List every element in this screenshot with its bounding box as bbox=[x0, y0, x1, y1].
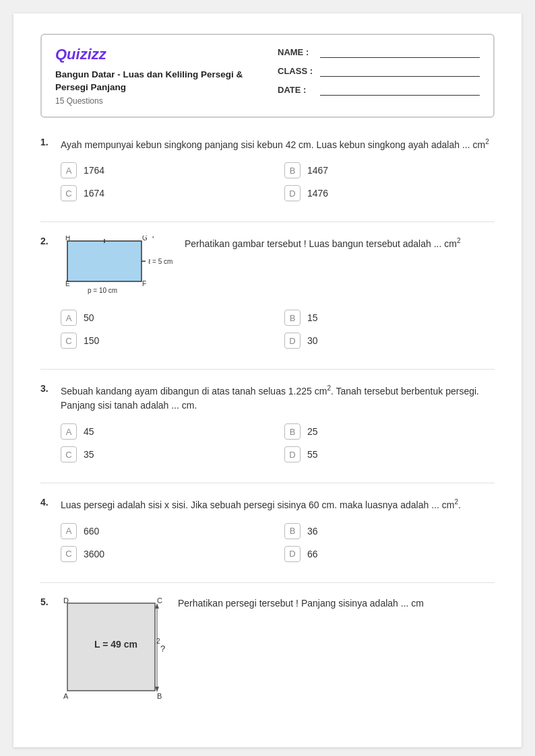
header-right: NAME : CLASS : DATE : bbox=[278, 46, 480, 96]
svg-text:p = 10 cm: p = 10 cm bbox=[88, 287, 117, 294]
q2-letter-d: D bbox=[284, 333, 301, 349]
svg-text:F: F bbox=[142, 280, 146, 287]
q4-text: Luas persegi adalah sisi x sisi. Jika se… bbox=[61, 500, 454, 510]
q1-sup: 2 bbox=[485, 138, 489, 145]
svg-text:?: ? bbox=[160, 644, 165, 654]
q2-value-c: 150 bbox=[84, 335, 99, 346]
q5-with-image: D C A B ? L = 49 cm 2 Pe bbox=[61, 596, 424, 707]
q1-options: A 1764 B 1467 C 1674 D 1476 bbox=[61, 162, 495, 201]
q1-letter-d: D bbox=[284, 185, 301, 201]
question-3: 3. Sebuah kandang ayam dibangun di atas … bbox=[40, 383, 495, 462]
q1-value-a: 1764 bbox=[84, 165, 104, 176]
q4-value-a: 660 bbox=[84, 526, 99, 537]
svg-text:2: 2 bbox=[156, 638, 160, 645]
question-1-header: 1. Ayah mempunyai kebun singkong panjang… bbox=[40, 137, 495, 152]
q4-option-a: A 660 bbox=[61, 523, 271, 539]
class-label: CLASS : bbox=[278, 66, 315, 76]
q4-options: A 660 B 36 C 3600 D 66 bbox=[61, 523, 495, 562]
q1-option-d: D 1476 bbox=[284, 185, 495, 201]
question-2: 2. H G E F ' bbox=[40, 236, 495, 349]
q3-text: Sebuah kandang ayam dibangun di atas tan… bbox=[61, 386, 327, 397]
q5-image: D C A B ? L = 49 cm 2 bbox=[61, 596, 168, 707]
q1-value-d: 1476 bbox=[307, 188, 328, 199]
q1-letter-c: C bbox=[61, 185, 77, 201]
q2-image: H G E F ' ℓ = 5 cm p = 10 cm bbox=[61, 236, 175, 299]
worksheet-questions: 15 Questions bbox=[55, 96, 244, 106]
q3-value-c: 35 bbox=[84, 449, 94, 460]
q2-value-a: 50 bbox=[84, 312, 94, 323]
q2-option-b: B 15 bbox=[284, 310, 495, 326]
q3-letter-a: A bbox=[61, 423, 77, 440]
class-line bbox=[320, 65, 480, 77]
q2-option-c: C 150 bbox=[61, 333, 271, 349]
q2-letter-b: B bbox=[284, 310, 301, 326]
svg-text:D: D bbox=[63, 596, 69, 605]
logo-text: Quizizz bbox=[55, 46, 106, 63]
q3-letter-b: B bbox=[284, 423, 301, 440]
q5-diagram: D C A B ? L = 49 cm 2 bbox=[61, 596, 168, 704]
svg-text:': ' bbox=[152, 236, 154, 244]
svg-text:H: H bbox=[65, 236, 70, 242]
question-5: 5. D C A B ? bbox=[40, 596, 495, 707]
name-field: NAME : bbox=[278, 46, 480, 58]
q3-letter-d: D bbox=[284, 446, 301, 462]
svg-text:ℓ = 5 cm: ℓ = 5 cm bbox=[148, 258, 172, 265]
q3-value-d: 55 bbox=[307, 449, 318, 460]
q2-with-image: H G E F ' ℓ = 5 cm p = 10 cm Perhatikan … bbox=[61, 236, 460, 299]
q2-letter-c: C bbox=[61, 333, 77, 349]
name-line bbox=[320, 46, 480, 58]
q3-content: Sebuah kandang ayam dibangun di atas tan… bbox=[61, 383, 495, 413]
question-3-header: 3. Sebuah kandang ayam dibangun di atas … bbox=[40, 383, 495, 413]
svg-text:L = 49 cm: L = 49 cm bbox=[94, 639, 137, 650]
q1-number: 1. bbox=[40, 137, 54, 147]
q2-sup: 2 bbox=[457, 237, 461, 244]
q2-diagram: H G E F ' ℓ = 5 cm p = 10 cm bbox=[61, 236, 175, 296]
q5-text: Perhatikan persegi tersebut ! Panjang si… bbox=[178, 598, 424, 609]
q1-text: Ayah mempunyai kebun singkong panjang si… bbox=[61, 139, 485, 149]
q2-value-b: 15 bbox=[307, 312, 318, 323]
q3-option-a: A 45 bbox=[61, 423, 271, 440]
svg-text:A: A bbox=[63, 692, 69, 700]
q4-option-c: C 3600 bbox=[61, 546, 271, 562]
q3-value-a: 45 bbox=[84, 426, 94, 437]
q2-text-area: Perhatikan gambar tersebut ! Luas bangun… bbox=[185, 236, 460, 251]
q2-value-d: 30 bbox=[307, 335, 318, 346]
date-field: DATE : bbox=[278, 83, 480, 96]
name-label: NAME : bbox=[278, 47, 315, 57]
class-field: CLASS : bbox=[278, 65, 480, 77]
q5-number: 5. bbox=[40, 596, 54, 607]
svg-marker-17 bbox=[155, 687, 159, 692]
q4-text2: . bbox=[458, 500, 461, 510]
q2-text: Perhatikan gambar tersebut ! Luas bangun… bbox=[185, 238, 457, 249]
q4-number: 4. bbox=[40, 497, 54, 508]
svg-text:E: E bbox=[65, 280, 70, 287]
q3-letter-c: C bbox=[61, 446, 77, 462]
q4-content: Luas persegi adalah sisi x sisi. Jika se… bbox=[61, 497, 495, 512]
q1-letter-a: A bbox=[61, 162, 77, 178]
q2-options: A 50 B 15 C 150 D 30 bbox=[61, 310, 495, 349]
svg-text:C: C bbox=[157, 596, 162, 605]
question-2-header: 2. H G E F ' bbox=[40, 236, 495, 299]
q3-option-c: C 35 bbox=[61, 446, 271, 462]
page: Quizizz Bangun Datar - Luas dan Keliling… bbox=[13, 13, 522, 747]
svg-rect-0 bbox=[67, 241, 141, 281]
question-1: 1. Ayah mempunyai kebun singkong panjang… bbox=[40, 137, 495, 202]
q4-option-d: D 66 bbox=[284, 546, 495, 562]
q3-options: A 45 B 25 C 35 D 55 bbox=[61, 423, 495, 462]
svg-text:G: G bbox=[142, 236, 148, 242]
question-4: 4. Luas persegi adalah sisi x sisi. Jika… bbox=[40, 497, 495, 562]
q1-option-b: B 1467 bbox=[284, 162, 495, 178]
svg-text:B: B bbox=[157, 692, 162, 700]
q1-value-b: 1467 bbox=[307, 165, 328, 176]
header: Quizizz Bangun Datar - Luas dan Keliling… bbox=[40, 34, 495, 118]
q1-content: Ayah mempunyai kebun singkong panjang si… bbox=[61, 137, 495, 152]
logo: Quizizz bbox=[55, 46, 244, 63]
q2-letter-a: A bbox=[61, 310, 77, 326]
q1-value-c: 1674 bbox=[84, 188, 104, 199]
q2-option-a: A 50 bbox=[61, 310, 271, 326]
question-5-header: 5. D C A B ? bbox=[40, 596, 495, 707]
q1-option-c: C 1674 bbox=[61, 185, 271, 201]
q1-letter-b: B bbox=[284, 162, 301, 178]
q4-value-d: 66 bbox=[307, 549, 318, 559]
q3-option-d: D 55 bbox=[284, 446, 495, 462]
